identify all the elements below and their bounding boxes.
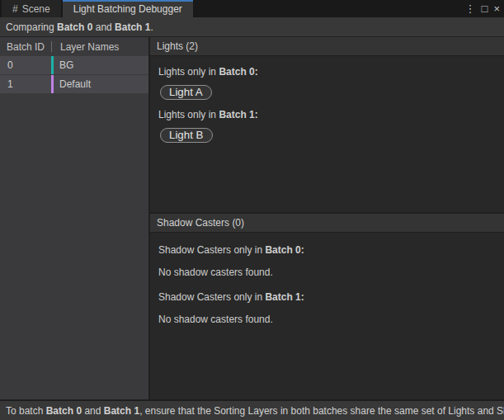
batch-table-header: Batch ID Layer Names: [0, 37, 148, 56]
kebab-menu-icon[interactable]: ⋮: [465, 3, 476, 14]
batch-table-panel: Batch ID Layer Names 0 BG 1 Default: [0, 37, 148, 399]
tab-debugger-label: Light Batching Debugger: [73, 3, 182, 15]
batch-id-cell: 1: [0, 75, 51, 93]
lights-panel: Lights (2) Lights only in Batch 0: Light…: [150, 37, 504, 212]
tab-light-batching-debugger[interactable]: Light Batching Debugger: [63, 0, 193, 17]
shadow-batch-1-label: Shadow Casters only in Batch 1:: [158, 291, 496, 303]
column-batch-id: Batch ID: [0, 41, 51, 53]
shadow-batch-0-empty-message: No shadow casters found.: [158, 267, 496, 278]
tab-bar: # Scene Light Batching Debugger ⋮ □ ×: [0, 0, 504, 17]
shadow-batch-0-label: Shadow Casters only in Batch 0:: [158, 244, 496, 256]
details-panel: Lights (2) Lights only in Batch 0: Light…: [150, 37, 504, 399]
shadow-casters-header: Shadow Casters (0): [150, 214, 504, 233]
comparing-bar: Comparing Batch 0 and Batch 1.: [0, 17, 504, 37]
table-row-batch-1[interactable]: 1 Default: [0, 75, 148, 93]
shadow-casters-title: Shadow Casters (0): [157, 217, 244, 229]
lights-panel-body: Lights only in Batch 0: Light A Lights o…: [150, 56, 504, 152]
light-batching-debugger-window: # Scene Light Batching Debugger ⋮ □ × Co…: [0, 0, 504, 420]
tab-bar-spacer: [193, 0, 465, 17]
comparing-text: Comparing Batch 0 and Batch 1.: [6, 21, 153, 33]
close-icon[interactable]: ×: [493, 3, 500, 14]
lights-batch-0-label: Lights only in Batch 0:: [158, 66, 496, 78]
active-tab-accent: [63, 0, 193, 2]
shadow-casters-panel: Shadow Casters (0) Shadow Casters only i…: [150, 214, 504, 399]
light-chip-b[interactable]: Light B: [160, 128, 213, 143]
layer-name-cell: Default: [54, 75, 91, 93]
shadow-batch-1-empty-message: No shadow casters found.: [158, 314, 496, 325]
footer-hint-bar: To batch Batch 0 and Batch 1, ensure tha…: [0, 399, 504, 420]
scene-grid-icon: #: [12, 3, 18, 15]
layer-name-cell: BG: [54, 56, 73, 74]
lights-batch-1-label: Lights only in Batch 1:: [158, 109, 496, 120]
tab-scene-label: Scene: [22, 3, 50, 15]
table-row-batch-0[interactable]: 0 BG: [0, 56, 148, 74]
window-controls: ⋮ □ ×: [465, 0, 504, 17]
shadow-casters-body: Shadow Casters only in Batch 0: No shado…: [150, 233, 504, 338]
batch-id-cell: 0: [0, 56, 51, 74]
footer-hint-text: To batch Batch 0 and Batch 1, ensure tha…: [6, 405, 504, 417]
tab-scene[interactable]: # Scene: [2, 0, 61, 17]
main-area: Batch ID Layer Names 0 BG 1 Default Ligh…: [0, 37, 504, 399]
column-layer-names: Layer Names: [52, 41, 119, 53]
light-chip-a[interactable]: Light A: [160, 85, 212, 100]
maximize-icon[interactable]: □: [482, 3, 488, 14]
lights-panel-header: Lights (2): [150, 37, 504, 56]
lights-panel-title: Lights (2): [157, 40, 198, 52]
